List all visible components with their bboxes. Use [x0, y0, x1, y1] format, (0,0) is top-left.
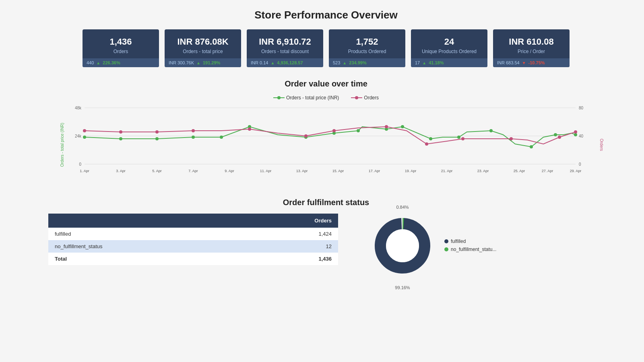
donut-legend-label: fulfilled — [451, 239, 466, 244]
svg-point-36 — [332, 129, 336, 132]
legend-item-price: Orders - total price (INR) — [273, 95, 339, 101]
svg-point-15 — [155, 137, 159, 140]
kpi-change: 191.29% — [203, 60, 220, 65]
order-value-title: Order value over time — [32, 79, 620, 88]
orders-cell: 12 — [242, 240, 338, 253]
svg-point-17 — [220, 136, 223, 139]
kpi-label: Unique Products Ordered — [417, 49, 482, 54]
svg-text:0: 0 — [79, 162, 81, 167]
svg-text:17. Apr: 17. Apr — [369, 169, 380, 173]
donut-dot — [444, 247, 448, 251]
fulfilment-table-wrap: Orders fulfilled 1,424 no_fulfillment_st… — [48, 214, 338, 265]
kpi-card-price-per-order: INR 610.08 Price / Order INR 683.54 ▼ -1… — [493, 29, 570, 67]
kpi-change: -10.75% — [528, 60, 545, 65]
svg-text:3. Apr: 3. Apr — [116, 169, 126, 173]
svg-point-33 — [192, 129, 195, 132]
svg-point-16 — [192, 136, 195, 139]
donut-wrap: 0.84% 99.16% fulfilled no_fu — [370, 214, 496, 280]
svg-point-13 — [83, 136, 86, 139]
svg-point-34 — [248, 128, 251, 131]
donut-legend-item: no_fulfillment_statu... — [444, 247, 496, 252]
orders-cell: 1,436 — [242, 253, 338, 265]
kpi-change: 4,936,128.57 — [277, 60, 303, 65]
kpi-value: 1,752 — [334, 37, 400, 47]
svg-point-35 — [304, 134, 308, 138]
kpi-main: 1,752 Products Ordered — [329, 29, 405, 58]
kpi-label: Orders - total discount — [252, 49, 318, 54]
kpi-card-unique-products: 24 Unique Products Ordered 17 ▲ 41.18% — [411, 29, 487, 67]
svg-point-37 — [385, 125, 388, 128]
svg-point-29 — [574, 133, 577, 136]
kpi-label: Price / Order — [499, 49, 564, 54]
legend-orders-label: Orders — [364, 95, 379, 101]
svg-point-30 — [83, 129, 86, 132]
fulfilment-title: Order fulfilment status — [32, 198, 620, 207]
svg-point-24 — [429, 137, 432, 140]
orders-cell: 1,424 — [242, 228, 338, 240]
donut-legend: fulfilled no_fulfillment_statu... — [444, 239, 496, 255]
svg-point-32 — [155, 130, 159, 134]
svg-text:11. Apr: 11. Apr — [260, 169, 272, 173]
kpi-prev: INR 300.76K — [169, 60, 194, 65]
svg-point-38 — [425, 142, 428, 146]
donut-label-bottom: 99.16% — [395, 285, 410, 290]
y-left-label: Orders - total price (INR) — [60, 123, 64, 167]
page-container: Store Performance Overview 1,436 Orders … — [0, 0, 644, 304]
donut-label-top: 0.84% — [396, 205, 409, 210]
kpi-prev: 523 — [333, 60, 340, 65]
order-value-chart: 48k 24k 0 80 40 0 — [64, 104, 588, 184]
donut-dot — [444, 239, 448, 243]
status-cell: no_fulfillment_status — [48, 240, 242, 253]
svg-text:29. Apr: 29. Apr — [570, 169, 582, 173]
svg-text:21. Apr: 21. Apr — [441, 169, 453, 173]
kpi-label: Orders - total price — [170, 49, 235, 54]
svg-text:19. Apr: 19. Apr — [405, 169, 417, 173]
kpi-card-total-discount: INR 6,910.72 Orders - total discount INR… — [247, 29, 323, 67]
svg-point-31 — [119, 130, 122, 134]
svg-text:27. Apr: 27. Apr — [542, 169, 553, 173]
svg-text:25. Apr: 25. Apr — [514, 169, 525, 173]
fulfilment-section: Order fulfilment status Orders fulfilled… — [32, 198, 620, 280]
status-cell: Total — [48, 253, 242, 265]
fulfilment-content: Orders fulfilled 1,424 no_fulfillment_st… — [32, 214, 620, 280]
kpi-main: INR 876.08K Orders - total price — [165, 29, 241, 58]
legend-price-label: Orders - total price (INR) — [286, 95, 339, 101]
svg-point-41 — [558, 136, 561, 139]
svg-point-40 — [510, 137, 513, 140]
svg-point-27 — [530, 145, 533, 148]
svg-point-28 — [554, 133, 557, 136]
svg-point-60 — [386, 229, 419, 262]
svg-text:80: 80 — [579, 106, 584, 110]
kpi-value: 1,436 — [88, 37, 153, 47]
svg-point-25 — [457, 136, 460, 139]
kpi-main: 24 Unique Products Ordered — [411, 29, 487, 58]
chart-line-price — [85, 127, 576, 147]
svg-point-23 — [401, 125, 404, 128]
kpi-change: 234.99% — [349, 60, 366, 65]
kpi-value: INR 876.08K — [170, 37, 235, 47]
kpi-value: INR 610.08 — [499, 37, 564, 47]
kpi-footer: 523 ▲ 234.99% — [329, 58, 405, 67]
svg-point-26 — [489, 129, 493, 132]
kpi-value: 24 — [417, 37, 482, 47]
chart-section: Order value over time Orders - total pri… — [32, 79, 620, 186]
svg-text:15. Apr: 15. Apr — [332, 169, 344, 173]
legend-item-orders: Orders — [351, 95, 379, 101]
table-row: no_fulfillment_status 12 — [48, 240, 338, 253]
kpi-label: Products Ordered — [334, 49, 400, 54]
kpi-footer: 17 ▲ 41.18% — [411, 58, 487, 67]
kpi-card-products-ordered: 1,752 Products Ordered 523 ▲ 234.99% — [329, 29, 405, 67]
svg-text:5. Apr: 5. Apr — [152, 169, 162, 173]
kpi-change: 41.18% — [429, 60, 444, 65]
table-row: Total 1,436 — [48, 253, 338, 265]
svg-text:9. Apr: 9. Apr — [225, 169, 234, 173]
kpi-row: 1,436 Orders 440 ▲ 226.36% INR 876.08K O… — [32, 29, 620, 67]
svg-text:13. Apr: 13. Apr — [296, 169, 308, 173]
svg-text:1. Apr: 1. Apr — [80, 169, 89, 173]
svg-text:48k: 48k — [75, 106, 82, 110]
kpi-prev: 440 — [87, 60, 94, 65]
svg-point-42 — [574, 130, 577, 134]
table-row: fulfilled 1,424 — [48, 228, 338, 240]
kpi-footer: 440 ▲ 226.36% — [83, 58, 159, 67]
svg-point-3 — [355, 96, 358, 99]
